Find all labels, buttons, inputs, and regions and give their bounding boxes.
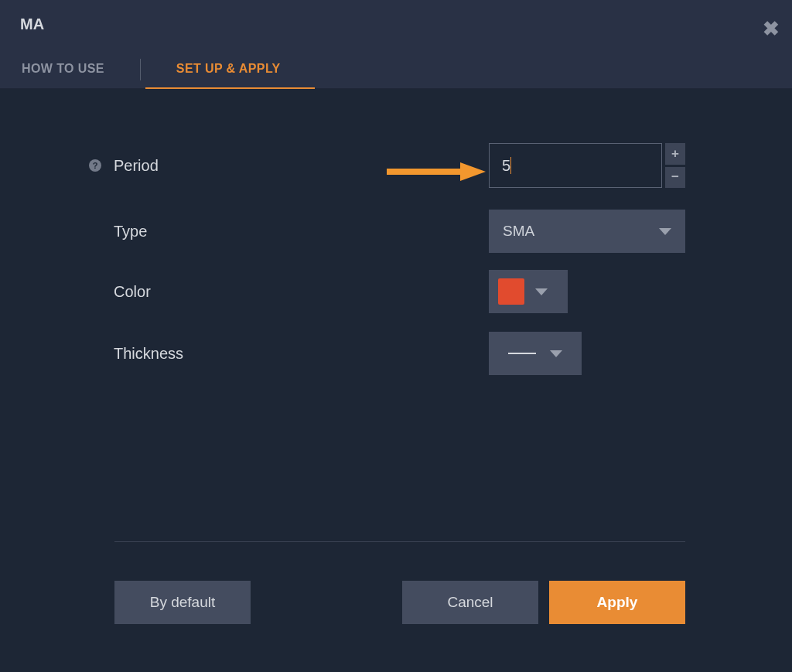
right-buttons: Cancel Apply bbox=[402, 581, 685, 624]
label-thickness-wrap: Thickness bbox=[89, 345, 183, 363]
label-color: Color bbox=[114, 283, 151, 301]
tab-set-up-apply[interactable]: SET UP & APPLY bbox=[176, 62, 281, 88]
dialog-title: MA bbox=[20, 15, 44, 33]
type-select[interactable]: SMA bbox=[489, 210, 685, 253]
row-type: Type SMA bbox=[89, 210, 685, 253]
stepper-plus[interactable]: + bbox=[665, 143, 685, 165]
help-icon[interactable]: ? bbox=[89, 159, 101, 172]
cancel-button[interactable]: Cancel bbox=[402, 581, 538, 624]
dialog-header: MA ✖ HOW TO USE SET UP & APPLY bbox=[0, 0, 792, 89]
thickness-sample bbox=[508, 353, 536, 354]
chevron-down-icon bbox=[659, 228, 671, 235]
tabs-bar: HOW TO USE SET UP & APPLY bbox=[22, 51, 281, 88]
period-input-wrap[interactable] bbox=[489, 143, 662, 188]
chevron-down-icon bbox=[535, 288, 548, 295]
stepper-buttons: + − bbox=[665, 143, 685, 188]
dialog-footer: By default Cancel Apply bbox=[114, 581, 685, 624]
color-select[interactable] bbox=[489, 270, 568, 313]
chevron-down-icon bbox=[550, 350, 562, 357]
label-color-wrap: Color bbox=[89, 283, 151, 301]
help-spacer bbox=[89, 347, 101, 360]
dialog-body: ? Period + − Type SMA Color bbox=[0, 89, 792, 672]
color-swatch bbox=[498, 278, 524, 305]
type-selected: SMA bbox=[503, 223, 534, 240]
help-spacer bbox=[89, 285, 101, 298]
row-color: Color bbox=[89, 270, 685, 313]
close-icon[interactable]: ✖ bbox=[763, 17, 780, 41]
label-thickness: Thickness bbox=[114, 345, 183, 363]
label-type-wrap: Type bbox=[89, 223, 147, 240]
text-caret bbox=[510, 157, 511, 174]
row-period: ? Period + − bbox=[89, 143, 685, 188]
stepper-minus[interactable]: − bbox=[665, 167, 685, 189]
footer-divider bbox=[114, 541, 685, 542]
apply-button[interactable]: Apply bbox=[549, 581, 685, 624]
row-thickness: Thickness bbox=[89, 332, 685, 375]
help-spacer bbox=[89, 225, 101, 237]
tab-divider bbox=[140, 59, 141, 80]
label-period-wrap: ? Period bbox=[89, 157, 159, 175]
period-input[interactable] bbox=[489, 143, 662, 188]
label-type: Type bbox=[114, 223, 147, 240]
label-period: Period bbox=[114, 157, 159, 175]
by-default-button[interactable]: By default bbox=[114, 581, 251, 624]
period-stepper: + − bbox=[489, 143, 685, 188]
tab-how-to-use[interactable]: HOW TO USE bbox=[22, 62, 104, 88]
thickness-select[interactable] bbox=[489, 332, 582, 375]
